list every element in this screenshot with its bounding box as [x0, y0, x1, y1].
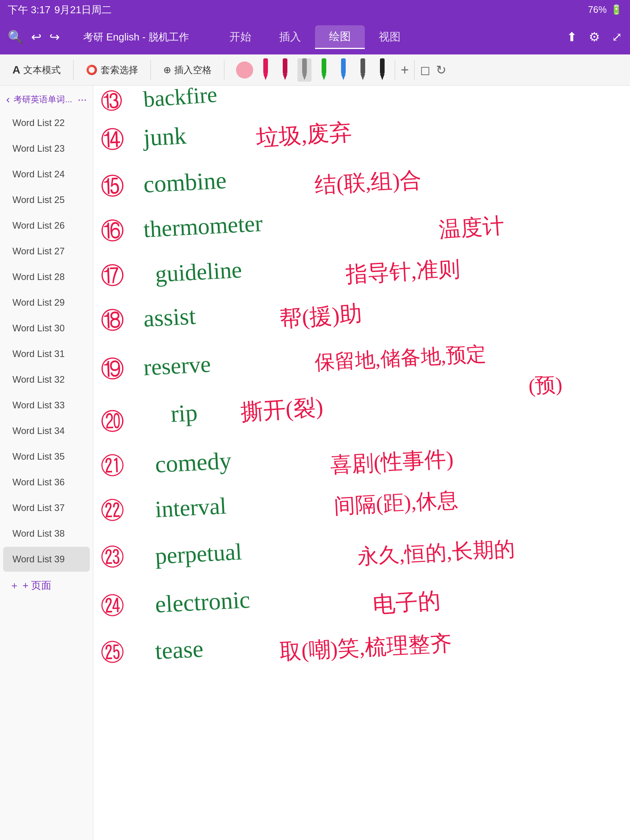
svg-text:保留地,储备地,预定: 保留地,储备地,预定 — [314, 343, 487, 374]
sidebar-item-word-list-39[interactable]: Word List 39 — [3, 547, 90, 572]
pen-black-icon[interactable] — [375, 58, 389, 82]
undo-icon[interactable]: ↩ — [31, 30, 42, 44]
status-right: 76% 🔋 — [588, 4, 622, 15]
svg-text:tease: tease — [154, 635, 204, 664]
svg-text:assist: assist — [143, 303, 196, 332]
sidebar: ‹ 考研英语单词... ··· Word List 22Word List 23… — [0, 86, 93, 840]
svg-marker-5 — [302, 74, 307, 80]
share-icon[interactable]: ⬆ — [567, 30, 577, 44]
tab-view[interactable]: 视图 — [365, 26, 415, 48]
text-mode-icon: A — [12, 64, 20, 76]
sidebar-item-word-list-33[interactable]: Word List 33 — [3, 393, 90, 418]
sidebar-item-word-list-31[interactable]: Word List 31 — [3, 341, 90, 366]
svg-text:间隔(距),休息: 间隔(距),休息 — [333, 488, 458, 518]
svg-text:⑬: ⑬ — [100, 88, 123, 114]
svg-text:thermometer: thermometer — [143, 210, 263, 242]
divider-4 — [395, 60, 395, 80]
toolbar-title: 考研 English - 脱机工作 — [83, 30, 189, 44]
search-icon[interactable]: 🔍 — [8, 30, 23, 44]
sidebar-item-word-list-27[interactable]: Word List 27 — [3, 239, 90, 264]
svg-text:junk: junk — [142, 122, 187, 151]
svg-marker-1 — [263, 74, 268, 80]
sidebar-item-word-list-23[interactable]: Word List 23 — [3, 136, 90, 161]
sidebar-more-button[interactable]: ··· — [78, 93, 87, 106]
sidebar-item-word-list-36[interactable]: Word List 36 — [3, 470, 90, 495]
sidebar-item-word-list-24[interactable]: Word List 24 — [3, 162, 90, 187]
pen-magenta-icon[interactable] — [259, 58, 273, 82]
svg-text:⑯: ⑯ — [100, 218, 124, 244]
sidebar-item-word-list-37[interactable]: Word List 37 — [3, 495, 90, 520]
lasso-icon: ⭕ — [86, 65, 98, 75]
svg-text:温度计: 温度计 — [438, 213, 505, 242]
svg-text:结(联,组)合: 结(联,组)合 — [314, 168, 422, 198]
svg-text:喜剧(性事件): 喜剧(性事件) — [329, 446, 454, 478]
more-tools-button[interactable]: ↻ — [436, 63, 446, 77]
pen-green-icon[interactable] — [317, 58, 331, 82]
sidebar-item-word-list-30[interactable]: Word List 30 — [3, 316, 90, 341]
svg-rect-6 — [322, 58, 326, 74]
text-mode-button[interactable]: A 文本模式 — [8, 61, 65, 79]
svg-text:电子的: 电子的 — [372, 588, 441, 618]
pen-dark-gray-icon[interactable] — [356, 58, 370, 82]
divider-5 — [414, 60, 415, 80]
sidebar-item-word-list-29[interactable]: Word List 29 — [3, 290, 90, 315]
status-bar: 下午 3:17 9月21日周二 76% 🔋 — [0, 0, 630, 19]
insert-space-button[interactable]: ⊕ 插入空格 — [159, 61, 216, 79]
redo-icon[interactable]: ↪ — [49, 30, 60, 44]
svg-text:帮(援)助: 帮(援)助 — [278, 301, 363, 332]
add-pen-button[interactable]: + — [401, 62, 409, 78]
tab-insert[interactable]: 插入 — [265, 26, 315, 48]
svg-text:㉒: ㉒ — [100, 498, 124, 524]
divider-1 — [73, 60, 74, 80]
sidebar-item-word-list-28[interactable]: Word List 28 — [3, 264, 90, 289]
svg-text:㉓: ㉓ — [100, 544, 124, 571]
toolbar: 开始 插入 绘图 视图 ⬆ ⚙ ⤢ 🔍 ↩ ↪ 考研 English - 脱机工… — [0, 19, 630, 54]
content-svg: ⑬ backfire ⑭ junk 垃圾,废弃 ⑮ combine 结(联,组)… — [93, 86, 630, 840]
battery-indicator: 76% — [588, 4, 607, 15]
svg-marker-11 — [360, 74, 365, 80]
expand-icon[interactable]: ⤢ — [612, 30, 622, 44]
svg-rect-4 — [302, 58, 307, 74]
svg-text:⑱: ⑱ — [100, 307, 124, 334]
svg-text:㉕: ㉕ — [100, 640, 124, 666]
svg-text:combine: combine — [143, 167, 227, 198]
svg-text:㉑: ㉑ — [100, 453, 124, 480]
pen-blue-icon[interactable] — [336, 58, 350, 82]
svg-marker-7 — [322, 74, 326, 80]
lasso-select-button[interactable]: ⭕ 套索选择 — [81, 61, 143, 79]
tab-start[interactable]: 开始 — [215, 26, 265, 48]
svg-text:取(嘲)笑,梳理整齐: 取(嘲)笑,梳理整齐 — [279, 631, 452, 664]
sidebar-item-word-list-25[interactable]: Word List 25 — [3, 187, 90, 212]
settings-icon[interactable]: ⚙ — [589, 30, 600, 44]
svg-text:⑰: ⑰ — [100, 262, 124, 289]
divider-3 — [224, 60, 224, 80]
eraser-button[interactable]: ◻ — [420, 63, 430, 77]
svg-text:electronic: electronic — [154, 586, 251, 618]
svg-text:interval: interval — [154, 493, 227, 522]
pen-pink-button[interactable] — [236, 61, 253, 79]
pen-dark-magenta-icon[interactable] — [278, 58, 292, 82]
pen-selected-icon[interactable] — [298, 58, 312, 82]
sidebar-item-word-list-22[interactable]: Word List 22 — [3, 110, 90, 135]
sidebar-item-word-list-34[interactable]: Word List 34 — [3, 418, 90, 443]
drawing-toolbar: A 文本模式 ⭕ 套索选择 ⊕ 插入空格 — [0, 54, 630, 86]
sidebar-header: ‹ 考研英语单词... ··· — [0, 86, 93, 110]
sidebar-item-word-list-32[interactable]: Word List 32 — [3, 367, 90, 392]
sidebar-item-word-list-35[interactable]: Word List 35 — [3, 444, 90, 469]
svg-text:(预): (预) — [528, 373, 563, 397]
sidebar-item-word-list-38[interactable]: Word List 38 — [3, 521, 90, 546]
handwritten-content: ⑬ backfire ⑭ junk 垃圾,废弃 ⑮ combine 结(联,组)… — [93, 86, 630, 840]
sidebar-add-page-button[interactable]: ＋ + 页面 — [0, 572, 93, 598]
status-left: 下午 3:17 9月21日周二 — [8, 3, 112, 17]
svg-text:⑳: ⑳ — [100, 408, 124, 435]
svg-text:垃圾,废弃: 垃圾,废弃 — [255, 119, 352, 151]
sidebar-item-word-list-26[interactable]: Word List 26 — [3, 213, 90, 238]
svg-rect-2 — [283, 58, 287, 74]
sidebar-back-button[interactable]: ‹ — [6, 93, 10, 106]
divider-2 — [150, 60, 151, 80]
svg-text:⑲: ⑲ — [100, 356, 124, 382]
svg-text:⑮: ⑮ — [100, 173, 124, 200]
svg-text:rip: rip — [170, 399, 198, 427]
svg-text:perpetual: perpetual — [154, 539, 242, 569]
tab-drawing[interactable]: 绘图 — [315, 25, 365, 49]
